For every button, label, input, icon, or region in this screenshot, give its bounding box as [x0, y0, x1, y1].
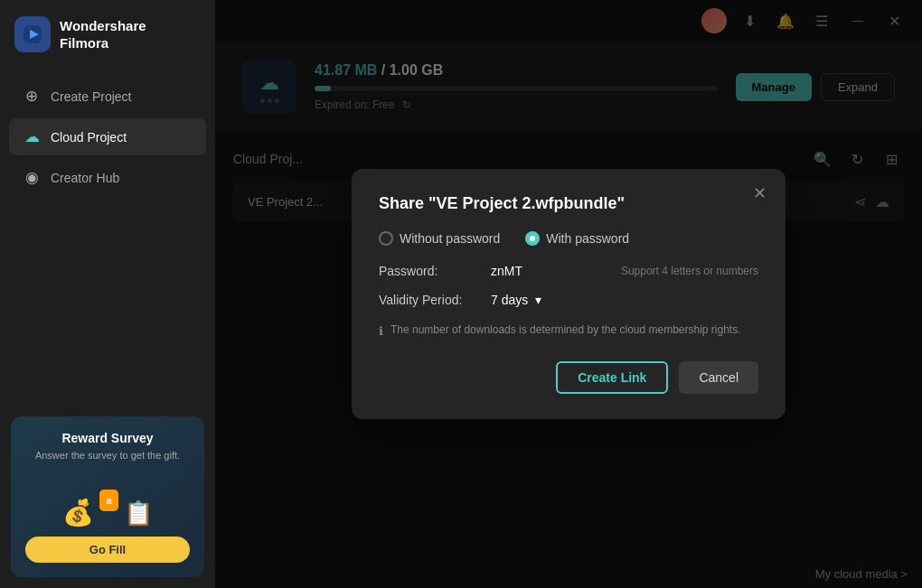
- cancel-button[interactable]: Cancel: [679, 361, 758, 394]
- reward-money-icon: 💰: [62, 498, 94, 527]
- reward-amazon-icon: a: [99, 490, 118, 511]
- create-link-button[interactable]: Create Link: [556, 361, 668, 394]
- go-fill-button[interactable]: Go Fill: [25, 537, 190, 563]
- modal-overlay[interactable]: ✕ Share "VE Project 2.wfpbundle" Without…: [215, 0, 922, 588]
- reward-images: 💰 a 📋: [25, 473, 190, 527]
- radio-without-password-circle: [379, 231, 393, 246]
- radio-with-password-label: With password: [546, 231, 629, 246]
- modal-close-button[interactable]: ✕: [748, 182, 771, 205]
- reward-subtitle: Answer the survey to get the gift.: [25, 449, 190, 462]
- reward-title: Reward Survey: [25, 431, 190, 445]
- sidebar: WondershareFilmora ⊕ Create Project ☁ Cl…: [0, 0, 215, 588]
- sidebar-item-cloud-project[interactable]: ☁ Cloud Project: [9, 118, 206, 155]
- sidebar-item-cloud-project-label: Cloud Project: [51, 130, 127, 145]
- radio-with-password-circle: [525, 231, 540, 246]
- app-logo-icon: [14, 16, 51, 52]
- main-content: ⬇ 🔔 ☰ — ✕ ☁ 41.87 MB / 1.00 GB Expired o…: [215, 0, 922, 588]
- validity-row: Validity Period: 7 days ▾: [379, 293, 758, 307]
- password-label: Password:: [379, 264, 478, 278]
- cloud-project-icon: ☁: [22, 127, 42, 146]
- radio-without-password[interactable]: Without password: [379, 231, 500, 246]
- logo-area: WondershareFilmora: [0, 0, 215, 69]
- password-value: znMT: [491, 264, 608, 278]
- validity-label: Validity Period:: [379, 293, 478, 307]
- validity-dropdown[interactable]: 7 days ▾: [491, 293, 541, 307]
- app-name: WondershareFilmora: [60, 17, 146, 52]
- share-modal: ✕ Share "VE Project 2.wfpbundle" Without…: [352, 169, 786, 420]
- radio-without-password-label: Without password: [400, 231, 500, 246]
- info-icon: ℹ: [379, 322, 383, 341]
- creator-hub-icon: ◉: [22, 168, 42, 187]
- sidebar-item-creator-hub-label: Creator Hub: [51, 171, 119, 185]
- sidebar-item-creator-hub[interactable]: ◉ Creator Hub: [9, 159, 206, 196]
- radio-with-password[interactable]: With password: [525, 231, 629, 246]
- password-hint: Support 4 letters or numbers: [621, 265, 758, 277]
- password-radio-row: Without password With password: [379, 231, 758, 246]
- password-row: Password: znMT Support 4 letters or numb…: [379, 264, 758, 278]
- modal-title: Share "VE Project 2.wfpbundle": [379, 194, 758, 213]
- validity-arrow-icon: ▾: [535, 293, 541, 307]
- sidebar-item-create-project-label: Create Project: [51, 89, 131, 104]
- info-row: ℹ The number of downloads is determined …: [379, 322, 758, 341]
- reward-survey-card: Reward Survey Answer the survey to get t…: [11, 416, 204, 577]
- validity-value: 7 days: [491, 293, 528, 307]
- create-project-icon: ⊕: [22, 87, 42, 106]
- sidebar-item-create-project[interactable]: ⊕ Create Project: [9, 78, 206, 115]
- modal-buttons: Create Link Cancel: [379, 361, 758, 394]
- nav-items: ⊕ Create Project ☁ Cloud Project ◉ Creat…: [0, 69, 215, 205]
- info-text: The number of downloads is determined by…: [390, 322, 741, 338]
- reward-checklist-icon: 📋: [124, 499, 153, 527]
